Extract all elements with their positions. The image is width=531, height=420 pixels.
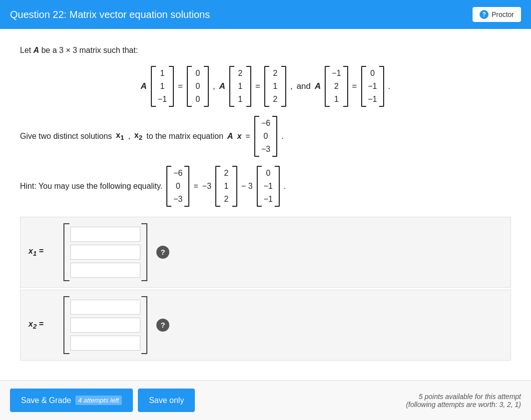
question-header: Question 22: Matrix vector equation solu… bbox=[0, 0, 531, 29]
hint-v2: 0 −1 −1 bbox=[257, 166, 280, 207]
x1-input-3[interactable] bbox=[70, 263, 140, 278]
output-vector-3: 0 −1 −1 bbox=[361, 66, 384, 107]
hint-scalar1: −3 bbox=[202, 182, 211, 191]
equals-3: = bbox=[352, 81, 357, 91]
x2-input-1[interactable] bbox=[70, 300, 140, 315]
x1-matrix-input bbox=[63, 223, 147, 281]
x2-input-2[interactable] bbox=[70, 318, 140, 333]
comma-2: , bbox=[290, 81, 293, 91]
target-vector: −6 0 −3 bbox=[254, 116, 277, 157]
hint-left-vector: −6 0 −3 bbox=[166, 166, 189, 207]
matrix-A-label-3: A bbox=[315, 81, 321, 91]
attempts-badge: 4 attempts left bbox=[75, 396, 122, 405]
hint-v1: 2 1 2 bbox=[215, 166, 237, 207]
x2-help-icon[interactable]: ? bbox=[156, 319, 169, 332]
input-vector-3: −1 2 1 bbox=[325, 66, 348, 107]
matrix-A-label-1: A bbox=[141, 81, 147, 91]
period-1: . bbox=[388, 81, 391, 91]
hint-equals: = bbox=[193, 182, 198, 191]
output-vector-2: 2 1 2 bbox=[264, 66, 286, 107]
matrix-equations-section: A 1 1 −1 = 0 0 0 , A 2 1 1 bbox=[20, 66, 511, 107]
x1-input-1[interactable] bbox=[70, 227, 140, 242]
hint-minus: − 3 bbox=[241, 182, 253, 191]
task-description: Give two distinct solutions x1, x2 to th… bbox=[20, 116, 511, 157]
x1-label: x1 = bbox=[28, 247, 58, 257]
matrix-equations-line: A 1 1 −1 = 0 0 0 , A 2 1 1 bbox=[20, 66, 511, 107]
question-content: Let A be a 3 × 3 matrix such that: A 1 1… bbox=[0, 29, 531, 380]
points-info: 5 points available for this attempt bbox=[406, 393, 521, 401]
x2-input-3[interactable] bbox=[70, 336, 140, 351]
hint-line: Hint: You may use the following equality… bbox=[20, 166, 511, 207]
comma-1: , bbox=[213, 81, 215, 91]
save-grade-button[interactable]: Save & Grade 4 attempts left bbox=[10, 389, 133, 412]
proctor-icon: ? bbox=[480, 10, 489, 19]
save-only-button[interactable]: Save only bbox=[138, 389, 195, 412]
x2-matrix-input bbox=[63, 296, 147, 354]
x1-answer-row: x1 = ? bbox=[20, 217, 511, 288]
answer-inputs-section: x1 = ? x2 = ? bbox=[20, 217, 511, 361]
x2-answer-row: x2 = ? bbox=[20, 290, 511, 361]
hint-period: . bbox=[284, 182, 286, 191]
x1-help-icon[interactable]: ? bbox=[156, 246, 169, 259]
hint-section: Hint: You may use the following equality… bbox=[20, 166, 511, 207]
save-grade-label: Save & Grade bbox=[21, 396, 71, 405]
input-vector-2: 2 1 1 bbox=[229, 66, 251, 107]
equals-2: = bbox=[255, 81, 260, 91]
points-detail: (following attempts are worth: 3, 2, 1) bbox=[406, 401, 521, 409]
output-vector-1: 0 0 0 bbox=[187, 66, 209, 107]
footer-points-info: 5 points available for this attempt (fol… bbox=[406, 393, 521, 409]
save-only-label: Save only bbox=[149, 396, 184, 405]
question-title: Question 22: Matrix vector equation solu… bbox=[10, 9, 210, 20]
x1-input-2[interactable] bbox=[70, 245, 140, 260]
footer-buttons: Save & Grade 4 attempts left Save only bbox=[10, 389, 195, 412]
footer: Save & Grade 4 attempts left Save only 5… bbox=[0, 380, 531, 420]
problem-intro: Let A be a 3 × 3 matrix such that: bbox=[20, 44, 511, 57]
hint-text: Hint: You may use the following equality… bbox=[20, 182, 162, 191]
input-vector-1: 1 1 −1 bbox=[151, 66, 174, 107]
and-text: and bbox=[297, 81, 311, 91]
matrix-A-label-2: A bbox=[219, 81, 225, 91]
x2-label: x2 = bbox=[28, 320, 58, 330]
equals-1: = bbox=[178, 81, 183, 91]
proctor-button[interactable]: ? Proctor bbox=[473, 7, 521, 22]
proctor-label: Proctor bbox=[492, 10, 514, 18]
